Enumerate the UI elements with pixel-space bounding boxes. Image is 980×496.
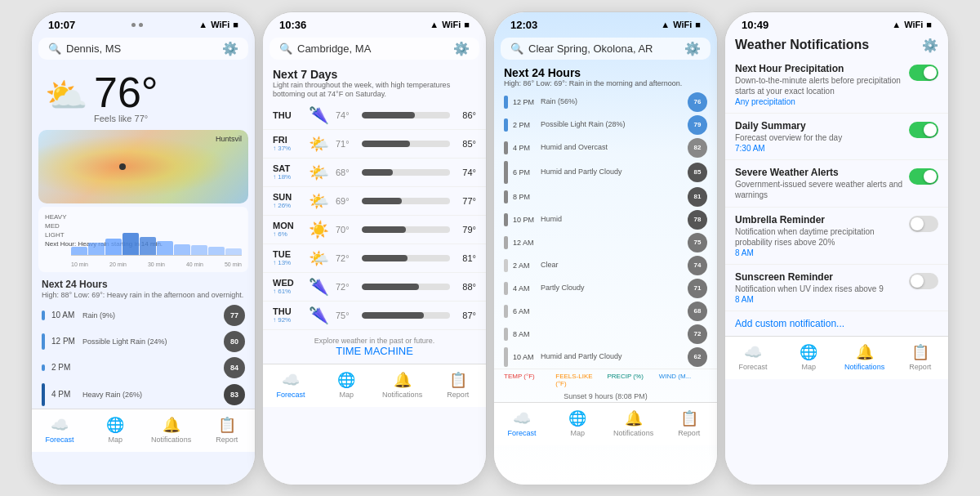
toggle-umbrella[interactable] [909,216,938,232]
next24-section-1: Next 24 Hours High: 88° Low: 69°: Heavy … [32,275,255,302]
search-bar-2[interactable]: 🔍 Cambridge, MA ⚙️ [270,38,479,60]
day-row-thu1: THU 🌂 74° 86° [263,101,486,130]
day-name: MON [273,221,301,230]
gear-icon-3[interactable]: ⚙️ [684,41,701,56]
next24-sub-1: High: 88° Low: 69°: Heavy rain in the af… [42,291,245,299]
data-col-feels: FEELS-LIKE (°F) [555,373,604,387]
temp-display-1: 76° [94,68,158,117]
tab-map-2[interactable]: 🌐 Map [318,371,374,399]
status-icons-2: ▲ WiFi ■ [430,20,470,29]
day-bar-fill [362,198,402,204]
day-low: 70° [336,225,359,235]
status-bar-2: 10:36 ▲ WiFi ■ [263,12,486,34]
tab-notifications-2[interactable]: 🔔 Notifications [375,371,430,399]
notif-desc-severe: Government-issued severe weather alerts … [735,179,909,200]
next24-header-3: Next 24 Hours High: 86° Low: 69°: Rain i… [494,63,717,91]
day-temps: 72° 88° [336,282,476,292]
toggle-severe[interactable] [909,168,938,185]
status-time-2: 10:36 [279,19,306,31]
next24-sub-3: High: 86° Low: 69°: Rain in the morning … [504,79,707,87]
time-machine-link[interactable]: TIME MACHINE [270,345,479,357]
temp-block-1: 76° Feels like 77° [94,68,158,123]
forecast-icon: ☁️ [744,343,762,361]
tab-label: Report [447,391,469,399]
next24-title-3: Next 24 Hours [504,66,707,79]
day-bar-fill [362,255,408,261]
tab-map-1[interactable]: 🌐 Map [87,416,143,444]
search-icon-2: 🔍 [279,42,292,55]
hour-bar [42,333,45,350]
tab-map-4[interactable]: 🌐 Map [781,343,836,371]
notif-content: Sunscreen Reminder Notification when UV … [735,271,884,304]
hour-detail-row: 12 AM 75 [494,231,717,254]
hd-time: 8 AM [513,330,536,338]
tab-report-2[interactable]: 📋 Report [430,371,486,399]
dot [131,23,136,27]
precip-times: 10 min 20 min 30 min 40 min 50 min [71,261,242,267]
day-precip: ↑ 13% [273,259,301,266]
notif-desc-umbrella: Notification when daytime precipitation … [735,226,909,248]
status-bar-4: 10:49 ▲ WiFi ■ [725,12,948,34]
tab-forecast-2[interactable]: ☁️ Forecast [263,371,318,399]
tab-label: Map [109,436,123,444]
gear-icon-1[interactable]: ⚙️ [222,41,238,56]
bar [105,239,122,256]
radar-map-1[interactable]: Huntsvil [38,130,248,203]
hour-bar [42,383,45,406]
hd-time: 10 AM [513,353,536,361]
search-bar-1[interactable]: 🔍 Dennis, MS ⚙️ [38,38,248,60]
tab-notifications-1[interactable]: 🔔 Notifications [144,416,199,444]
tab-report-4[interactable]: 📋 Report [893,343,948,371]
day-precip: ↑ 37% [273,145,301,152]
notif-item-sunscreen: Sunscreen Reminder Notification when UV … [725,265,948,311]
toggle-sunscreen[interactable] [909,273,938,289]
notif-item-header: Umbrella Reminder Notification when dayt… [735,214,938,257]
data-cols-footer: TEMP (°F) FEELS-LIKE (°F) PRECIP (%) WIN… [494,369,717,391]
gear-icon-2[interactable]: ⚙️ [453,41,470,56]
day-col: SAT ↑ 18% [273,163,301,181]
toggle-knob [924,123,937,136]
tab-forecast-4[interactable]: ☁️ Forecast [725,343,781,371]
day-bar [362,255,450,261]
notif-content: Next Hour Precipitation Down-to-the-minu… [735,63,909,106]
tab-report-3[interactable]: 📋 Report [662,409,717,437]
search-icon: 🔍 [48,42,61,55]
day-temps: 74° 86° [336,110,476,120]
add-custom-notification[interactable]: Add custom notification... [725,311,948,336]
day-bar [362,169,450,176]
chart-line [71,255,242,256]
day-high: 85° [453,139,476,149]
precip-chart-1: HEAVY MED LIGHT [38,207,248,272]
hd-time: 4 AM [513,284,536,293]
wifi-icon: WiFi [211,20,229,29]
hour-desc: Rain (9%) [82,311,217,319]
tab-forecast-1[interactable]: ☁️ Forecast [32,416,87,444]
signal-icon: ▲ [661,20,670,29]
tab-notifications-4[interactable]: 🔔 Notifications [837,343,893,371]
day-temps: 70° 79° [336,225,476,235]
day-precip: ↑ 92% [273,316,301,324]
tab-map-3[interactable]: 🌐 Map [550,409,605,437]
phones-container: 10:07 ▲ WiFi ■ 🔍 Dennis, MS ⚙️ [23,3,957,494]
toggle-daily[interactable] [909,122,938,138]
toggle-precipitation[interactable] [909,65,938,81]
bar [157,241,173,256]
toggle-knob [924,170,937,183]
phone-forecast: 10:07 ▲ WiFi ■ 🔍 Dennis, MS ⚙️ [31,11,256,485]
hour-time: 2 PM [51,363,76,372]
gear-icon-4[interactable]: ⚙️ [922,38,938,53]
tab-report-1[interactable]: 📋 Report [199,416,255,444]
notif-desc-daily: Forecast overview for the day [735,132,842,143]
forecast-icon: ☁️ [282,371,300,389]
notif-content: Severe Weather Alerts Government-issued … [735,167,909,200]
section-header-2: Next 7 Days Light rain throughout the we… [263,63,486,101]
tab-notifications-3[interactable]: 🔔 Notifications [606,409,662,437]
notif-item-header: Next Hour Precipitation Down-to-the-minu… [735,63,938,106]
data-col-precip: PRECIP (%) [608,373,656,387]
day-name: THU [273,110,301,120]
search-bar-3[interactable]: 🔍 Clear Spring, Okolona, AR ⚙️ [501,38,710,60]
tab-forecast-3[interactable]: ☁️ Forecast [494,409,550,437]
day-precip: ↑ 26% [273,202,301,209]
bar [174,244,190,256]
day-row-sun: SUN ↑ 26% 🌤️ 69° 77° [263,187,486,216]
